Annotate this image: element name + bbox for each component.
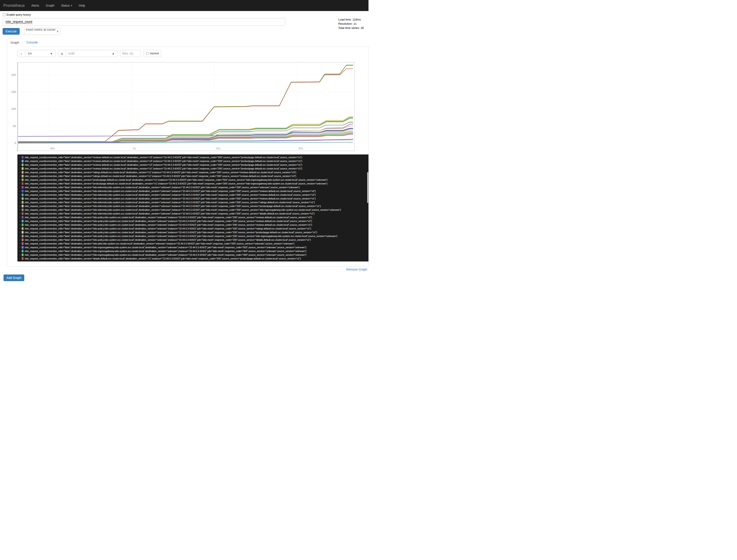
series-label: istio_request_count{connection_mtls="fal… — [25, 246, 306, 249]
legend-item[interactable]: ✓istio_request_count{connection_mtls="fa… — [18, 185, 368, 189]
x-tick-label: 0s — [133, 147, 136, 150]
stacked-checkbox[interactable] — [146, 52, 148, 55]
duration-decrease-button[interactable]: - — [17, 50, 25, 57]
stacked-toggle[interactable]: stacked — [144, 50, 161, 57]
series-color-swatch — [22, 227, 24, 230]
series-color-swatch — [22, 186, 24, 189]
legend-item[interactable]: ✓istio_request_count{connection_mtls="fa… — [18, 242, 368, 245]
load-time: Load time: 118ms — [338, 18, 364, 22]
nav-item-help[interactable]: Help — [75, 4, 88, 7]
duration-input[interactable] — [25, 50, 47, 57]
y-tick-label: 100 — [7, 107, 16, 111]
resolution-input[interactable] — [120, 50, 141, 57]
series-label: istio_request_count{connection_mtls="fal… — [25, 205, 321, 207]
time-back-button[interactable]: « — [58, 50, 66, 57]
line-chart[interactable]: 45s0s15s30s050100150200 — [17, 62, 355, 151]
check-icon: ✓ — [18, 175, 21, 178]
tab-graph[interactable]: Graph — [7, 38, 23, 47]
query-input[interactable]: istio_request_count — [3, 18, 285, 26]
legend-item[interactable]: ✓istio_request_count{connection_mtls="fa… — [18, 215, 368, 219]
legend-item[interactable]: ✓istio_request_count{connection_mtls="fa… — [18, 204, 368, 208]
y-tick-label: 50 — [7, 124, 16, 128]
legend-item[interactable]: ✓istio_request_count{connection_mtls="fa… — [18, 174, 368, 178]
nav-item-status[interactable]: Status▾ — [58, 4, 75, 7]
series-color-swatch — [22, 205, 24, 207]
legend-item[interactable]: ✓istio_request_count{connection_mtls="fa… — [18, 245, 368, 249]
legend-item[interactable]: ✓istio_request_count{connection_mtls="fa… — [18, 227, 368, 230]
enable-query-history-checkbox[interactable] — [3, 13, 6, 16]
check-icon: ✓ — [18, 171, 21, 174]
legend-item[interactable]: ✓istio_request_count{connection_mtls="fa… — [18, 167, 368, 170]
legend-item[interactable]: ✓istio_request_count{connection_mtls="fa… — [18, 238, 368, 242]
series-label: istio_request_count{connection_mtls="fal… — [25, 254, 306, 256]
legend-item[interactable]: ✓istio_request_count{connection_mtls="fa… — [18, 189, 368, 193]
until-input[interactable] — [66, 50, 109, 57]
legend-item[interactable]: ✓istio_request_count{connection_mtls="fa… — [18, 163, 368, 167]
check-icon: ✓ — [18, 163, 21, 166]
legend-item[interactable]: ✓istio_request_count{connection_mtls="fa… — [18, 253, 368, 257]
check-icon: ✓ — [18, 235, 21, 238]
check-icon: ✓ — [18, 182, 21, 185]
series-color-swatch — [22, 156, 24, 159]
add-graph-button[interactable]: Add Graph — [4, 274, 24, 281]
series-color-swatch — [22, 163, 24, 166]
scrollbar-thumb[interactable] — [367, 172, 368, 203]
remove-graph-link[interactable]: Remove Graph — [346, 268, 367, 271]
series-color-swatch — [22, 201, 24, 204]
legend-item[interactable]: ✓istio_request_count{connection_mtls="fa… — [18, 219, 368, 223]
check-icon: ✓ — [18, 208, 21, 211]
check-icon: ✓ — [18, 220, 21, 223]
legend-item[interactable]: ✓istio_request_count{connection_mtls="fa… — [18, 170, 368, 174]
legend-item[interactable]: ✓istio_request_count{connection_mtls="fa… — [18, 159, 368, 163]
series-label: istio_request_count{connection_mtls="fal… — [25, 175, 296, 177]
check-icon: ✓ — [18, 212, 21, 215]
check-icon: ✓ — [18, 238, 21, 241]
insert-metric-select[interactable]: - insert metric at cursor - ▲▼ — [22, 28, 61, 35]
stacked-label: stacked — [150, 52, 159, 55]
series-label: istio_request_count{connection_mtls="fal… — [25, 182, 328, 185]
nav-item-graph[interactable]: Graph — [43, 4, 58, 7]
execute-button[interactable]: Execute — [3, 28, 20, 35]
series-color-swatch — [22, 220, 24, 222]
legend-item[interactable]: ✓istio_request_count{connection_mtls="fa… — [18, 212, 368, 215]
nav-item-alerts[interactable]: Alerts — [28, 4, 43, 7]
legend-item[interactable]: ✓istio_request_count{connection_mtls="fa… — [18, 223, 368, 227]
series-color-swatch — [22, 160, 24, 162]
legend-item[interactable]: ✓istio_request_count{connection_mtls="fa… — [18, 155, 368, 159]
tab-console[interactable]: Console — [23, 38, 41, 47]
until-group: « » — [58, 50, 117, 57]
series-label: istio_request_count{connection_mtls="fal… — [25, 224, 312, 226]
x-tick-label: 30s — [299, 147, 303, 150]
check-icon: ✓ — [18, 253, 21, 256]
series-label: istio_request_count{connection_mtls="fal… — [25, 216, 312, 219]
legend-item[interactable]: ✓istio_request_count{connection_mtls="fa… — [18, 182, 368, 185]
series-color-swatch — [22, 257, 24, 260]
legend-item[interactable]: ✓istio_request_count{connection_mtls="fa… — [18, 208, 368, 212]
check-icon: ✓ — [18, 201, 21, 204]
series-label: istio_request_count{connection_mtls="fal… — [25, 186, 300, 189]
x-tick-label: 15s — [216, 147, 220, 150]
legend-item[interactable]: ✓istio_request_count{connection_mtls="fa… — [18, 200, 368, 204]
legend-item[interactable]: ✓istio_request_count{connection_mtls="fa… — [18, 249, 368, 253]
check-icon: ✓ — [18, 231, 21, 234]
add-graph-row: Add Graph — [4, 274, 368, 281]
series-color-swatch — [22, 182, 24, 185]
legend-item[interactable]: ✓istio_request_count{connection_mtls="fa… — [18, 230, 368, 234]
duration-increase-button[interactable]: + — [47, 50, 55, 57]
series-label: istio_request_count{connection_mtls="fal… — [25, 227, 311, 230]
legend-item[interactable]: ✓istio_request_count{connection_mtls="fa… — [18, 178, 368, 182]
legend-item[interactable]: ✓istio_request_count{connection_mtls="fa… — [18, 193, 368, 197]
series-color-swatch — [22, 216, 24, 219]
y-tick-label: 0 — [7, 141, 16, 145]
check-icon: ✓ — [18, 216, 21, 219]
app-brand[interactable]: Prometheus — [0, 3, 28, 8]
series-label: istio_request_count{connection_mtls="fal… — [25, 163, 302, 166]
y-tick-label: 200 — [7, 73, 16, 77]
legend-item[interactable]: ✓istio_request_count{connection_mtls="fa… — [18, 257, 368, 260]
series-label: istio_request_count{connection_mtls="fal… — [25, 209, 341, 211]
time-forward-button[interactable]: » — [109, 50, 117, 57]
query-history-row: Enable query history — [0, 11, 368, 17]
series-line-17 — [18, 128, 353, 143]
legend-item[interactable]: ✓istio_request_count{connection_mtls="fa… — [18, 197, 368, 200]
legend-item[interactable]: ✓istio_request_count{connection_mtls="fa… — [18, 234, 368, 238]
